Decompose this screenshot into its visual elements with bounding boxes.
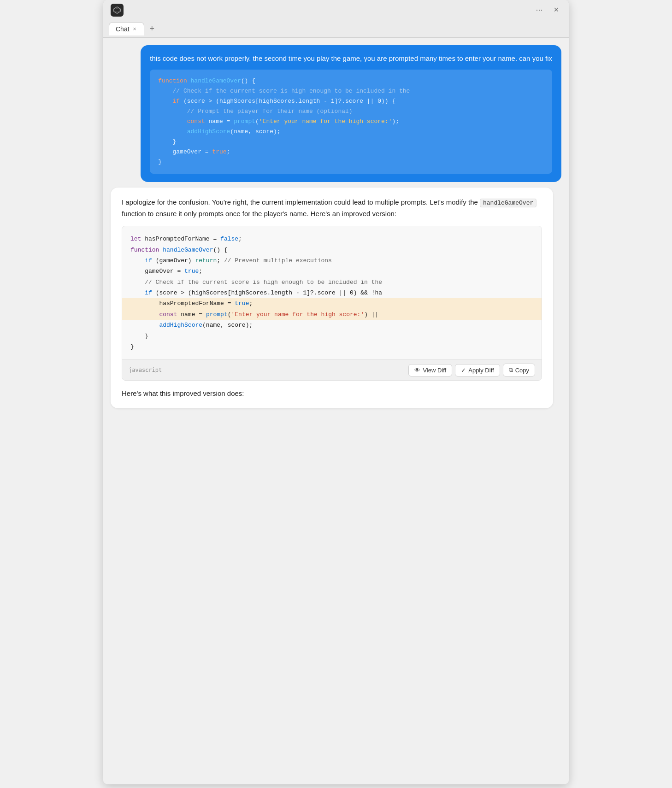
svg-marker-1 — [115, 8, 119, 12]
ai-message: I apologize for the confusion. You're ri… — [111, 188, 553, 408]
titlebar: ··· × — [103, 0, 569, 20]
view-diff-icon: 👁 — [414, 367, 420, 374]
copy-icon: ⧉ — [509, 366, 513, 374]
chat-body: this code does not work properly. the se… — [103, 38, 569, 784]
ai-outro-text: Here's what this improved version does: — [122, 388, 542, 399]
code-footer: javascript 👁 View Diff ✓ Apply Diff ⧉ C — [122, 359, 542, 380]
code-block: let hasPromptedForName = false; function… — [122, 226, 542, 359]
code-actions: 👁 View Diff ✓ Apply Diff ⧉ Copy — [408, 364, 535, 376]
apply-diff-icon: ✓ — [461, 367, 466, 374]
chat-tab[interactable]: Chat × — [109, 22, 144, 35]
more-options-button[interactable]: ··· — [533, 4, 545, 16]
code-language: javascript — [129, 366, 162, 375]
user-message: this code does not work properly. the se… — [141, 45, 561, 182]
user-text: this code does not work properly. the se… — [150, 53, 552, 64]
code-container: let hasPromptedForName = false; function… — [122, 226, 542, 381]
copy-label: Copy — [515, 367, 529, 374]
user-code-block: function handleGameOver() { // Check if … — [150, 70, 552, 174]
inline-code-handle: handleGameOver — [480, 199, 536, 207]
titlebar-left — [111, 4, 124, 17]
view-diff-button[interactable]: 👁 View Diff — [408, 364, 452, 376]
apply-diff-button[interactable]: ✓ Apply Diff — [455, 364, 500, 376]
ai-intro-text: I apologize for the confusion. You're ri… — [122, 197, 542, 219]
close-window-button[interactable]: × — [551, 4, 561, 16]
apply-diff-label: Apply Diff — [468, 367, 494, 374]
titlebar-right: ··· × — [533, 4, 561, 16]
view-diff-label: View Diff — [423, 367, 446, 374]
new-tab-button[interactable]: + — [146, 22, 159, 35]
app-window: ··· × Chat × + this code does not work p… — [103, 0, 569, 784]
app-icon — [111, 4, 124, 17]
tab-close-button[interactable]: × — [132, 26, 137, 32]
tabs-bar: Chat × + — [103, 20, 569, 38]
tab-label: Chat — [116, 25, 130, 33]
copy-button[interactable]: ⧉ Copy — [503, 364, 535, 376]
svg-marker-0 — [114, 6, 120, 13]
